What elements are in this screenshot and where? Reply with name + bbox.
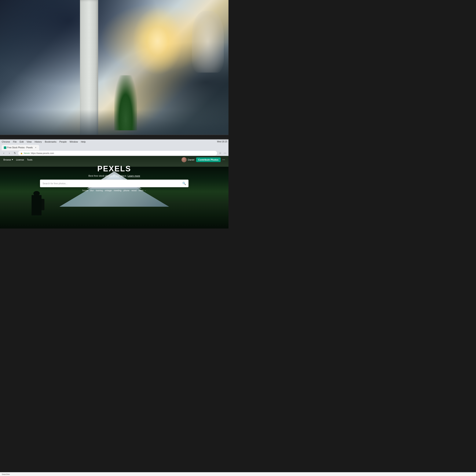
pexels-tags: house blur training vintage meeting phon…	[82, 189, 146, 192]
menu-history[interactable]: History	[34, 140, 42, 143]
address-field[interactable]: 🔒 Secure https://www.pexels.com	[18, 151, 217, 155]
pexels-nav-right: Daniel Contribute Photos ···	[182, 157, 225, 162]
nav-username: Daniel	[188, 158, 194, 161]
menu-bookmarks[interactable]: Bookmarks	[45, 140, 56, 143]
nav-browse-button[interactable]: Browse ▾	[3, 158, 13, 161]
pexels-nav-left: Browse ▾ License Tools	[3, 158, 32, 161]
nav-license-button[interactable]: License	[16, 158, 24, 161]
reload-button[interactable]: ↻	[13, 151, 17, 155]
learn-more-link[interactable]: Learn more	[128, 174, 140, 177]
pexels-hero: Browse ▾ License Tools Daniel Contribute…	[0, 156, 228, 228]
bookmark-icon[interactable]: ☆	[218, 151, 222, 155]
nav-tools-button[interactable]: Tools	[27, 158, 33, 161]
browser-right-icons: ☆ ⋯	[218, 151, 227, 155]
forward-button[interactable]: ›	[7, 151, 11, 155]
browser-tab-active[interactable]: Free Stock Photos · Pexels ×	[2, 145, 39, 151]
menu-people[interactable]: People	[59, 140, 67, 143]
pexels-tagline: Best free stock photos in one place. Lea…	[88, 174, 140, 177]
person-silhouette	[28, 190, 46, 215]
avatar-image	[182, 157, 187, 162]
url-text: https://www.pexels.com	[31, 152, 54, 154]
tab-close-button[interactable]: ×	[34, 146, 37, 149]
browser-tabs-bar: Free Stock Photos · Pexels ×	[0, 144, 228, 151]
secure-label: Secure	[24, 152, 30, 154]
menu-file[interactable]: File	[13, 140, 17, 143]
pexels-logo: PEXELS	[97, 164, 131, 173]
tag-phone[interactable]: phone	[123, 189, 130, 192]
tag-blur[interactable]: blur	[90, 189, 94, 192]
system-bar: Wed 16:15	[216, 139, 228, 144]
browser-menu-bar: Chrome File Edit View History Bookmarks …	[0, 139, 228, 144]
office-plant	[114, 75, 137, 130]
extensions-icon[interactable]: ⋯	[223, 151, 227, 155]
tag-wood[interactable]: wood	[131, 189, 136, 192]
nav-avatar	[182, 157, 187, 162]
person-body	[32, 195, 42, 215]
contribute-photos-button[interactable]: Contribute Photos	[196, 157, 221, 162]
search-placeholder-text: Search for free photos...	[43, 182, 181, 185]
pexels-nav: Browse ▾ License Tools Daniel Contribute…	[0, 156, 228, 164]
nav-user-profile[interactable]: Daniel	[182, 157, 194, 162]
tab-favicon	[4, 146, 6, 149]
nav-more-button[interactable]: ···	[222, 158, 225, 161]
pexels-site: Browse ▾ License Tools Daniel Contribute…	[0, 156, 228, 228]
office-window-glow	[133, 7, 183, 75]
search-icon[interactable]: 🔍	[182, 182, 186, 185]
tag-house[interactable]: house	[82, 189, 88, 192]
pexels-search-bar[interactable]: Search for free photos... 🔍	[40, 180, 188, 187]
system-time: Wed 16:15	[217, 140, 227, 143]
back-button[interactable]: ‹	[2, 151, 6, 155]
laptop-screen: Wed 16:15 Chrome File Edit View History …	[0, 139, 228, 228]
background-photo	[0, 0, 228, 137]
menu-help[interactable]: Help	[81, 140, 86, 143]
pexels-content: PEXELS Best free stock photos in one pla…	[0, 164, 228, 192]
tab-label: Free Stock Photos · Pexels	[7, 146, 33, 149]
office-window-right	[192, 11, 224, 73]
tag-training[interactable]: training	[96, 189, 103, 192]
browse-chevron-icon: ▾	[12, 158, 13, 161]
secure-icon: 🔒	[20, 152, 23, 154]
browser-address-bar: ‹ › ↻ 🔒 Secure https://www.pexels.com ☆ …	[0, 151, 228, 156]
tag-meeting[interactable]: meeting	[114, 189, 121, 192]
menu-view[interactable]: View	[27, 140, 32, 143]
menu-edit[interactable]: Edit	[20, 140, 24, 143]
menu-window[interactable]: Window	[70, 140, 78, 143]
tag-more-link[interactable]: more →	[138, 189, 146, 192]
tag-vintage[interactable]: vintage	[105, 189, 112, 192]
menu-chrome[interactable]: Chrome	[2, 140, 10, 143]
browser-chrome: Wed 16:15 Chrome File Edit View History …	[0, 139, 228, 156]
